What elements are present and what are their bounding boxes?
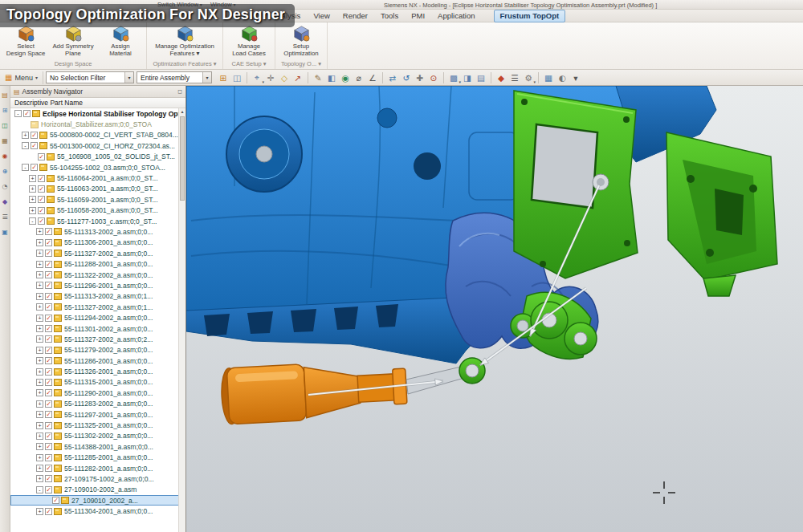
menu-item-render[interactable]: Render bbox=[337, 10, 373, 22]
ribbon-group-label-design-space[interactable]: Design Space bbox=[2, 59, 144, 69]
navigator-undock-icon[interactable]: ◻ bbox=[177, 88, 182, 95]
add-symmetry-plane-button[interactable]: Add SymmetryPlane bbox=[50, 24, 96, 57]
expand-icon[interactable]: + bbox=[36, 228, 43, 235]
component-checkbox[interactable]: ✓ bbox=[45, 239, 52, 246]
component-checkbox[interactable]: ✓ bbox=[45, 228, 52, 235]
point-constructor-icon[interactable]: ✛ bbox=[264, 71, 277, 84]
menu-item-pmi[interactable]: PMI bbox=[406, 10, 430, 22]
menu-item-application[interactable]: Application bbox=[432, 10, 480, 22]
expand-icon[interactable]: + bbox=[36, 465, 43, 472]
component-checkbox[interactable]: ✓ bbox=[45, 400, 52, 408]
expand-icon[interactable]: + bbox=[36, 282, 43, 289]
expand-icon[interactable]: + bbox=[36, 335, 43, 343]
component-checkbox[interactable]: ✓ bbox=[45, 293, 52, 300]
vector-icon[interactable]: ↗ bbox=[291, 71, 304, 84]
expand-icon[interactable]: + bbox=[29, 185, 36, 193]
tree-item-55-111304-2001-a-asm-0-0[interactable]: +✓55-111304-2001_a.asm;0;0... bbox=[10, 506, 185, 516]
assembly-constraints-icon[interactable]: ⊙ bbox=[427, 71, 440, 84]
menu-button[interactable]: ▦ Menu ▾ bbox=[2, 71, 43, 84]
tree-item-55-111327-2002-a-asm-0-0[interactable]: +✓55-111327-2002_a.asm;0;0... bbox=[10, 248, 185, 258]
more-tools-caret[interactable]: ▾ bbox=[569, 71, 582, 84]
add-component-icon[interactable]: ✚ bbox=[414, 71, 426, 84]
history-tab[interactable]: ◔ bbox=[2, 184, 8, 190]
tree-item-55-106908-1005-02-solids-jt-st[interactable]: ✓55_106908_1005_02_SOLIDS_jt_ST... bbox=[10, 152, 185, 162]
expand-icon[interactable]: + bbox=[36, 400, 43, 408]
hd3d-tools-tab[interactable]: ◉ bbox=[2, 153, 8, 160]
expand-icon[interactable]: + bbox=[36, 357, 43, 364]
tree-item-55-000800-0002-ci-vert-stab-0804[interactable]: +✓55-000800-0002_CI_VERT_STAB_0804... bbox=[10, 130, 185, 140]
scrollbar-thumb[interactable] bbox=[180, 116, 185, 201]
expand-icon[interactable]: + bbox=[36, 508, 43, 515]
expand-icon[interactable]: + bbox=[36, 411, 43, 418]
viewport-3d[interactable] bbox=[186, 86, 803, 532]
tree-item-55-111286-2001-a-asm-0-0[interactable]: +✓55-111286-2001_a.asm;0;0... bbox=[10, 355, 185, 366]
tree-item-55-114388-2001-a-asm-0-0[interactable]: +✓55-114388-2001_a.asm;0;0... bbox=[10, 441, 185, 452]
component-checkbox[interactable]: ✓ bbox=[38, 153, 45, 160]
selection-scope-dropdown[interactable]: Entire Assembly ▾ bbox=[137, 71, 212, 83]
tree-item-eclipse-horizontal-stabiliser-topology-opt[interactable]: -✓Eclipse Horizontal Stabiliser Topology… bbox=[10, 108, 185, 119]
collapse-icon[interactable]: - bbox=[36, 486, 43, 493]
process-studio-tab[interactable]: ◆ bbox=[2, 199, 7, 205]
expand-icon[interactable]: + bbox=[36, 347, 43, 354]
collapse-icon[interactable]: - bbox=[22, 142, 29, 149]
sketch-icon[interactable]: ✎ bbox=[312, 71, 324, 84]
web-browser-tab[interactable]: ⊕ bbox=[2, 169, 8, 175]
expand-icon[interactable]: + bbox=[36, 239, 43, 246]
datum-plane-icon[interactable]: ◇ bbox=[278, 71, 291, 84]
component-checkbox[interactable]: ✓ bbox=[38, 196, 45, 203]
view-section-icon[interactable]: ◨ bbox=[461, 71, 474, 84]
ribbon-group-label-cae-setup[interactable]: CAE Setup ▾ bbox=[226, 59, 272, 69]
tree-item-55-104255-1002-03-asm-0-0-stoa[interactable]: -✓55-104255-1002_03.asm;0;0_STOA... bbox=[10, 162, 185, 173]
tree-item-55-116063-2001-a-asm-0-0-st[interactable]: +✓55-116063-2001_a.asm;0;0_ST... bbox=[10, 184, 185, 194]
tree-item-27-109010-2002-a[interactable]: ✓27_109010_2002_a... bbox=[10, 495, 185, 506]
tree-item-55-111325-2001-a-asm-0-0[interactable]: +✓55-111325-2001_a.asm;0;0... bbox=[10, 420, 185, 430]
expand-icon[interactable]: + bbox=[29, 207, 36, 214]
component-checkbox[interactable]: ✓ bbox=[45, 379, 52, 386]
component-checkbox[interactable]: ✓ bbox=[45, 271, 52, 278]
menu-item-tools[interactable]: Tools bbox=[375, 10, 404, 22]
tree-item-55-111296-2001-a-asm-0-0[interactable]: +✓55-111296-2001_a.asm;0;0... bbox=[10, 280, 185, 290]
angle-dimension-icon[interactable]: ∠ bbox=[366, 71, 379, 84]
component-checkbox[interactable]: ✓ bbox=[38, 207, 45, 214]
component-checkbox[interactable]: ✓ bbox=[45, 303, 52, 311]
tree-item-55-111313-2002-a-asm-0-0[interactable]: +✓55-111313-2002_a.asm;0;0... bbox=[10, 226, 185, 237]
tree-scrollbar[interactable]: ▴ bbox=[178, 108, 185, 532]
constraint-navigator-tab[interactable]: ⊞ bbox=[2, 108, 8, 114]
component-checkbox[interactable]: ✓ bbox=[45, 475, 52, 482]
tree-item-55-111285-2001-a-asm-0-0[interactable]: +✓55-111285-2001_a.asm;0;0... bbox=[10, 453, 185, 463]
tree-item-55-111283-2002-a-asm-0-0[interactable]: +✓55-111283-2002_a.asm;0;0... bbox=[10, 399, 185, 409]
manage-views-tab[interactable]: ☰ bbox=[2, 214, 7, 221]
expand-icon[interactable]: + bbox=[36, 475, 43, 482]
tree-item-55-111302-2002-a-asm-0-0[interactable]: +✓55-111302-2002_a.asm;0;0... bbox=[10, 431, 185, 441]
select-design-space-button[interactable]: SelectDesign Space bbox=[2, 24, 49, 57]
component-checkbox[interactable]: ✓ bbox=[45, 411, 52, 418]
tree-item-horizontal-stabilizer-asm-0-0-stoa[interactable]: Horizontal_Stabilizer.asm;0;0_STOA bbox=[10, 119, 185, 129]
column-header-descriptive-part-name[interactable]: Descriptive Part Name bbox=[10, 98, 185, 108]
menu-item-frustum-topopt[interactable]: Frustum TopOpt bbox=[494, 10, 566, 22]
customize-icon[interactable]: ⚙▾ bbox=[522, 71, 535, 84]
component-checkbox[interactable]: ✓ bbox=[52, 497, 59, 504]
component-checkbox[interactable]: ✓ bbox=[31, 142, 38, 149]
component-checkbox[interactable]: ✓ bbox=[45, 261, 52, 268]
component-checkbox[interactable]: ✓ bbox=[45, 315, 52, 322]
component-checkbox[interactable]: ✓ bbox=[45, 508, 52, 515]
expand-icon[interactable]: + bbox=[36, 379, 43, 386]
assign-material-button[interactable]: AssignMaterial bbox=[97, 24, 144, 57]
undo-icon[interactable]: ↺ bbox=[400, 71, 413, 84]
component-checkbox[interactable]: ✓ bbox=[31, 164, 38, 171]
green-fitting-plate[interactable] bbox=[514, 91, 638, 278]
move-component-icon[interactable]: ⇄ bbox=[386, 71, 399, 84]
component-checkbox[interactable]: ✓ bbox=[45, 357, 52, 364]
assembly-navigator-tab[interactable]: ▤ bbox=[2, 92, 8, 99]
extrude-icon[interactable]: ◧ bbox=[325, 71, 338, 84]
expand-icon[interactable]: + bbox=[36, 271, 43, 278]
grid-icon[interactable]: ▦ bbox=[542, 71, 555, 84]
tree-item-55-111279-2002-a-asm-0-0[interactable]: +✓55-111279-2002_a.asm;0;0... bbox=[10, 345, 185, 355]
selection-filter-dropdown[interactable]: No Selection Filter ▾ bbox=[46, 71, 134, 83]
show-and-hide-icon[interactable]: ⊞ bbox=[217, 71, 230, 84]
touch-mode-tab[interactable]: ▣ bbox=[2, 229, 8, 236]
component-checkbox[interactable]: ✓ bbox=[45, 443, 52, 450]
expand-icon[interactable]: + bbox=[36, 454, 43, 461]
tree-item-55-001300-0002-ci-horz-072304-as[interactable]: -✓55-001300-0002_CI_HORZ_072304.as... bbox=[10, 140, 185, 151]
expand-icon[interactable]: + bbox=[36, 368, 43, 376]
